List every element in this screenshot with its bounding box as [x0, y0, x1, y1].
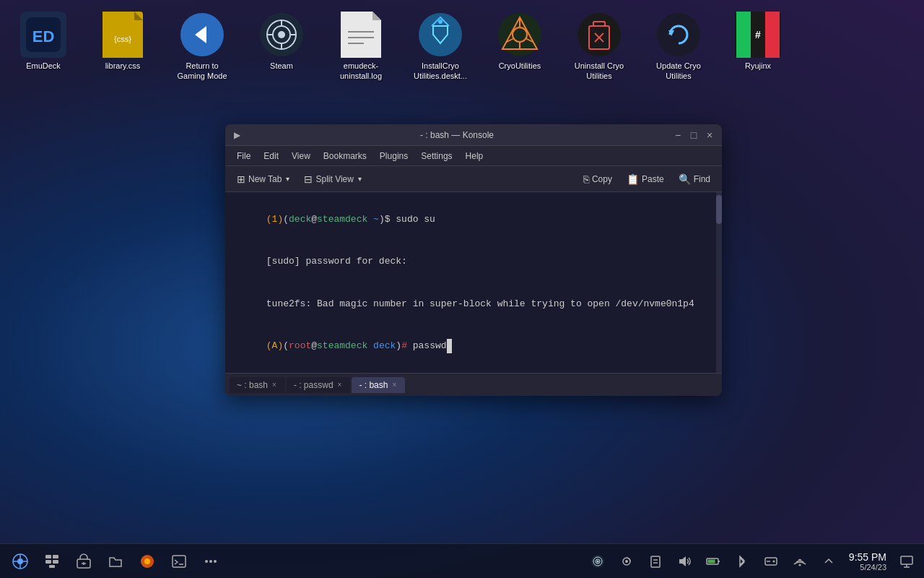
taskbar-right: 9:55 PM 5/24/23 — [586, 547, 918, 576]
svg-point-60 — [205, 560, 208, 563]
term-cmd-1: sudo su — [396, 214, 435, 225]
paste-button[interactable]: 📋 Paste — [621, 171, 670, 188]
bluetooth-button[interactable] — [731, 547, 754, 576]
term-host-1: steamdeck — [317, 214, 367, 225]
tab-bash-1-close[interactable]: × — [271, 381, 278, 389]
terminal-scrollbar[interactable] — [716, 192, 722, 373]
menu-bookmarks[interactable]: Bookmarks — [318, 149, 372, 163]
menu-view[interactable]: View — [286, 149, 316, 163]
term-host-2: steamdeck — [317, 340, 367, 351]
minimize-button[interactable]: − — [671, 129, 684, 142]
taskbar-files-button[interactable] — [101, 547, 130, 576]
term-prompt-2: # — [401, 340, 413, 351]
menu-settings[interactable]: Settings — [415, 149, 458, 163]
ryujinx-icon: # — [735, 12, 781, 58]
network-button[interactable] — [788, 547, 811, 576]
new-tab-button[interactable]: ⊞ New Tab ▾ — [231, 171, 295, 188]
taskbar-overview-button[interactable] — [38, 547, 66, 576]
cryoutilities-icon — [497, 12, 543, 58]
svg-point-68 — [625, 560, 628, 563]
svg-rect-80 — [901, 556, 912, 564]
find-button[interactable]: 🔍 Find — [673, 171, 716, 188]
new-tab-dropdown[interactable]: ▾ — [286, 175, 289, 183]
close-button[interactable]: × — [703, 129, 716, 142]
taskbar: 9:55 PM 5/24/23 — [0, 543, 924, 578]
menu-file[interactable]: File — [231, 149, 256, 163]
update-cryo-icon — [655, 12, 702, 58]
ryujinx-label: Ryujinx — [745, 61, 771, 71]
desktop-icon-uninstall[interactable]: Uninstall Cryo Utilities — [563, 7, 635, 86]
svg-marker-15 — [372, 12, 381, 20]
svg-rect-49 — [53, 555, 58, 558]
network-icon — [792, 553, 808, 569]
desktop-icon-log[interactable]: emudeck-uninstall.log — [325, 7, 397, 86]
svg-rect-58 — [173, 556, 186, 567]
show-desktop-button[interactable] — [895, 547, 918, 576]
desktop-icon-cryoutilities[interactable]: CryoUtilities — [484, 7, 556, 86]
tab-passwd-close[interactable]: × — [336, 381, 344, 389]
find-label: Find — [694, 174, 710, 184]
new-tab-icon: ⊞ — [237, 173, 245, 185]
desktop-icon-steam[interactable]: Steam — [245, 7, 318, 86]
installcryo-label: InstallCryo Utilities.deskt... — [409, 61, 472, 82]
battery-icon — [705, 553, 721, 569]
maximize-button[interactable]: □ — [687, 129, 700, 142]
menu-plugins[interactable]: Plugins — [374, 149, 414, 163]
log-label: emudeck-uninstall.log — [329, 61, 393, 82]
taskbar-terminal-button[interactable] — [165, 547, 193, 576]
split-view-icon: ⊟ — [304, 173, 313, 185]
taskbar-firefox-button[interactable] — [133, 547, 162, 576]
svg-point-9 — [278, 31, 285, 38]
firefox-icon — [139, 553, 155, 569]
taskbar-apps-button[interactable] — [6, 547, 35, 576]
tab-passwd[interactable]: - : passwd × — [287, 377, 351, 393]
desktop-icon-installcryo[interactable]: InstallCryo Utilities.deskt... — [404, 7, 476, 86]
svg-rect-48 — [45, 555, 51, 558]
battery-button[interactable] — [702, 547, 725, 576]
desktop-icon-library-css[interactable]: {css} library.css — [87, 7, 159, 86]
split-view-button[interactable]: ⊟ Split View ▾ — [298, 171, 367, 188]
volume-button[interactable] — [673, 547, 696, 576]
log-icon-img — [338, 12, 384, 58]
installcryo-icon — [417, 12, 463, 58]
taskbar-store-button[interactable] — [69, 547, 98, 576]
svg-rect-74 — [718, 561, 720, 562]
drive-icon — [763, 553, 779, 569]
desktop-icon — [899, 553, 915, 569]
split-view-dropdown[interactable]: ▾ — [358, 175, 362, 183]
menu-help[interactable]: Help — [460, 149, 489, 163]
clock[interactable]: 9:55 PM 5/24/23 — [846, 551, 889, 571]
svg-rect-75 — [707, 559, 715, 563]
svg-marker-3 — [134, 12, 143, 20]
terminal-line-2: [sudo] password for deck: — [232, 241, 715, 283]
new-tab-label: New Tab — [248, 174, 282, 184]
term-paren3: ( — [283, 340, 289, 351]
menu-edit[interactable]: Edit — [258, 149, 284, 163]
update-icon-img — [655, 12, 702, 58]
chevron-button[interactable] — [817, 547, 840, 576]
term-num-1: (1) — [266, 214, 283, 225]
desktop-icon-ryujinx[interactable]: # Ryujinx — [722, 7, 794, 86]
drive-button[interactable] — [759, 547, 783, 576]
clipboard-button[interactable] — [644, 547, 667, 576]
chevron-up-icon — [821, 553, 837, 569]
terminal-content[interactable]: (1)(deck@steamdeck ~)$ sudo su [sudo] pa… — [225, 192, 722, 373]
desktop-icons: ED EmuDeck {css} library.css — [0, 0, 924, 93]
tab-bash-2-close[interactable]: × — [391, 381, 398, 389]
desktop-icon-emudeck[interactable]: ED EmuDeck — [7, 7, 79, 86]
steam-label: Steam — [270, 61, 293, 71]
tab-bash-2[interactable]: - : bash × — [352, 377, 405, 393]
store-icon — [76, 553, 92, 569]
scrollbar-thumb[interactable] — [716, 195, 722, 224]
steam-taskbar-button[interactable] — [586, 547, 609, 576]
desktop-icon-return[interactable]: Return toGaming Mode — [166, 7, 238, 86]
svg-rect-50 — [45, 560, 51, 564]
desktop-icon-update[interactable]: Update Cryo Utilities — [642, 7, 715, 86]
taskbar-more-button[interactable] — [196, 547, 225, 576]
tab-bash-1[interactable]: ~ : bash × — [230, 377, 285, 393]
audio-button[interactable] — [615, 547, 638, 576]
cryoutilities-icon-img — [497, 12, 543, 58]
copy-button[interactable]: ⎘ Copy — [578, 171, 618, 188]
term-at-1: @ — [311, 214, 317, 225]
term-num-2: (A) — [266, 340, 283, 351]
